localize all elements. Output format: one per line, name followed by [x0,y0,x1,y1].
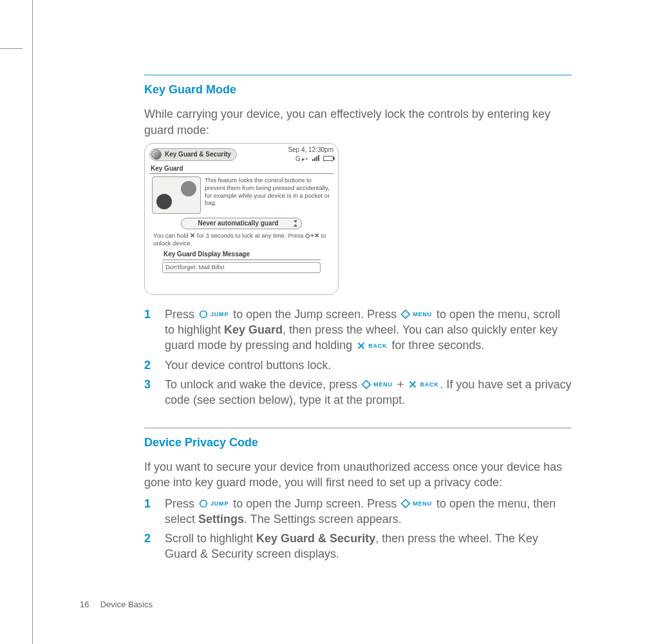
section-intro: If you want to secure your device from u… [144,459,572,491]
page-number: 16 [80,600,98,609]
svg-point-7 [200,500,207,507]
section-intro: While carrying your device, you can effe… [144,106,572,138]
step-number: 3 [144,377,165,408]
step-item: 2 Your device control buttons lock. [144,357,572,373]
screenshot-titlebar: Key Guard & Security [149,148,237,161]
step-item: 3 To unlock and wake the device, press M… [144,377,572,408]
key-guard-bold: Key Guard [224,323,283,336]
svg-rect-1 [402,310,410,319]
settings-bold: Settings [198,513,244,526]
steps-list: 1 Press JUMP to open the Jump screen. Pr… [144,496,572,562]
step-item: 1 Press JUMP to open the Jump screen. Pr… [144,496,572,527]
menu-button-icon: MENU [401,310,432,319]
step-number: 2 [144,357,165,373]
svg-rect-4 [362,381,371,389]
step-item: 1 Press JUMP to open the Jump screen. Pr… [144,307,572,354]
app-icon [151,149,162,160]
step-number: 1 [144,307,165,354]
svg-rect-8 [402,500,410,508]
device-screenshot: Key Guard & Security Sep 4, 12:30pm G ▸‣… [144,143,339,295]
section-heading: Device Privacy Code [144,435,572,450]
screenshot-illustration [152,176,201,214]
status-time: Sep 4, 12:30pm [288,146,333,153]
screenshot-statusbar: Sep 4, 12:30pm G ▸‣ [237,146,333,163]
steps-list: 1 Press JUMP to open the Jump screen. Pr… [144,307,572,408]
step-text: Press JUMP to open the Jump screen. Pres… [165,307,572,354]
screenshot-description: This feature locks the control buttons t… [205,176,331,214]
signal-icon [312,155,319,161]
screenshot-section-label: Key Guard [149,163,333,175]
chapter-label: Device Basics [100,600,153,609]
crop-vertical-line [32,0,33,644]
menu-button-icon: MENU [362,380,393,389]
back-button-icon: BACK [357,341,387,350]
back-button-icon: BACK [408,380,438,389]
step-number: 1 [144,496,165,527]
jump-button-icon: JUMP [199,310,229,319]
page-content: Key Guard Mode While carrying your devic… [144,75,572,566]
svg-point-0 [200,311,207,318]
carrier-icon: G [295,155,301,164]
jump-button-icon: JUMP [199,499,229,508]
step-item: 2 Scroll to highlight Key Guard & Securi… [144,531,572,562]
screenshot-input-value: Don'tforget: Mail Bills! [162,262,321,273]
step-text: Your device control buttons lock. [165,357,572,373]
crop-horizontal-line [0,48,23,49]
step-text: To unlock and wake the device, press MEN… [165,377,572,408]
step-text: Scroll to highlight Key Guard & Security… [165,531,572,562]
step-number: 2 [144,531,165,562]
combo-icon: ◇+✕ [305,232,319,239]
menu-button-icon: MENU [401,499,432,508]
section-rule [144,428,572,428]
step-text: Press JUMP to open the Jump screen. Pres… [165,496,572,527]
screenshot-title: Key Guard & Security [165,150,231,159]
kgs-bold: Key Guard & Security [256,532,375,545]
page-footer: 16 Device Basics [80,600,153,609]
screenshot-dropdown: Never automatically guard [181,218,302,229]
screenshot-note: You can hold ✕ for 3 seconds to lock at … [149,229,333,249]
screenshot-section2-label: Key Guard Display Message [162,249,321,261]
battery-icon [323,156,333,161]
section-heading: Key Guard Mode [144,82,572,97]
section-rule [144,75,572,75]
